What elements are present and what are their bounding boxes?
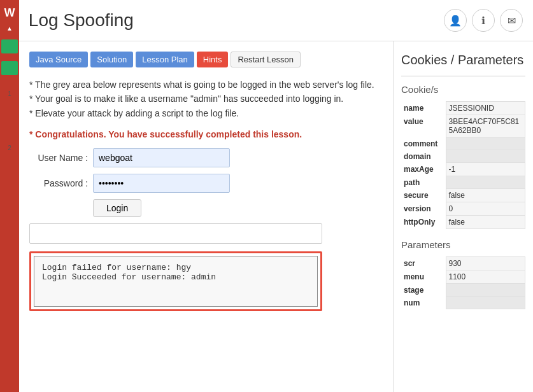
content-area: Java Source Solution Lesson Plan Hints R…	[19, 41, 393, 392]
page-title: Log Spoofing	[29, 10, 134, 31]
param-menu-value: 1100	[446, 270, 525, 284]
password-input[interactable]	[93, 174, 230, 193]
param-scr-value: 930	[446, 257, 525, 270]
table-row: name JSESSIONID	[401, 102, 525, 115]
cookie-name-label: name	[401, 102, 446, 115]
table-row: num	[401, 297, 525, 309]
cookie-comment-value	[446, 137, 525, 150]
table-row: httpOnly false	[401, 216, 525, 229]
log-output-inner: Login failed for username: hgy Login Suc…	[34, 256, 318, 307]
cookie-httponly-label: httpOnly	[401, 216, 446, 229]
desc-line3: * Elevate your attack by adding a script…	[29, 106, 383, 120]
description-block: * The grey area below represents what is…	[29, 78, 383, 120]
username-label: User Name :	[29, 153, 93, 163]
username-input[interactable]	[93, 148, 230, 167]
log-output-outer: Login failed for username: hgy Login Suc…	[29, 251, 322, 311]
user-icon-button[interactable]: 👤	[444, 9, 467, 32]
table-row: stage	[401, 284, 525, 297]
cookie-path-label: path	[401, 176, 446, 189]
login-button[interactable]: Login	[93, 199, 141, 217]
left-sidebar: W ▲ 1 2	[0, 0, 19, 392]
cookie-name-value: JSESSIONID	[446, 102, 525, 115]
cookie-secure-value: false	[446, 189, 525, 202]
desc-line2: * Your goal is to make it like a usernam…	[29, 92, 383, 106]
nav-icons: 👤 ℹ ✉	[444, 9, 523, 32]
table-row: menu 1100	[401, 270, 525, 284]
sidebar-num-1: 1	[8, 90, 11, 97]
sidebar-num-2: 2	[8, 144, 11, 151]
param-stage-value	[446, 284, 525, 297]
username-group: User Name :	[29, 148, 383, 167]
login-btn-row: Login	[93, 199, 383, 217]
right-panel: Cookies / Parameters Cookie/s name JSESS…	[393, 41, 533, 392]
table-row: comment	[401, 137, 525, 150]
info-icon-button[interactable]: ℹ	[472, 9, 495, 32]
cookie-maxage-value: -1	[446, 163, 525, 176]
table-row: domain	[401, 150, 525, 163]
cookie-domain-label: domain	[401, 150, 446, 163]
collapse-icon[interactable]: ▲	[6, 25, 13, 32]
divider	[401, 76, 525, 76]
tab-restart-lesson[interactable]: Restart Lesson	[231, 52, 300, 67]
params-table: scr 930 menu 1100 stage num	[401, 256, 525, 309]
log-input-bar[interactable]	[29, 223, 322, 244]
cookie-value-label: value	[401, 115, 446, 137]
param-num-label: num	[401, 297, 446, 309]
param-stage-label: stage	[401, 284, 446, 297]
cookie-domain-value	[446, 150, 525, 163]
success-message: * Congratulations. You have successfully…	[29, 129, 383, 139]
log-line1: Login failed for username: hgy	[42, 263, 309, 272]
tabs-bar: Java Source Solution Lesson Plan Hints R…	[29, 52, 383, 67]
table-row: version 0	[401, 202, 525, 216]
cookie-httponly-value: false	[446, 216, 525, 229]
cookies-heading: Cookie/s	[401, 84, 525, 95]
main-wrapper: Java Source Solution Lesson Plan Hints R…	[19, 41, 533, 392]
param-num-value	[446, 297, 525, 309]
tab-java-source[interactable]: Java Source	[29, 52, 88, 67]
cookie-version-label: version	[401, 202, 446, 216]
cookie-path-value	[446, 176, 525, 189]
cookie-secure-label: secure	[401, 189, 446, 202]
top-nav: ≡ Log Spoofing 👤 ℹ ✉	[0, 0, 533, 41]
parameters-heading: Parameters	[401, 239, 525, 250]
cookie-comment-label: comment	[401, 137, 446, 150]
mail-icon-button[interactable]: ✉	[500, 9, 523, 32]
table-row: secure false	[401, 189, 525, 202]
cookie-maxage-label: maxAge	[401, 163, 446, 176]
desc-line1: * The grey area below represents what is…	[29, 78, 383, 92]
tab-hints[interactable]: Hints	[197, 52, 229, 67]
tab-lesson-plan[interactable]: Lesson Plan	[136, 52, 194, 67]
password-label: Password :	[29, 178, 93, 188]
table-row: value 3BEE4ACF70F5C815A62BB0	[401, 115, 525, 137]
sidebar-item-1[interactable]	[1, 39, 18, 53]
right-panel-title: Cookies / Parameters	[401, 52, 525, 68]
table-row: scr 930	[401, 257, 525, 270]
cookie-value-value: 3BEE4ACF70F5C815A62BB0	[446, 115, 525, 137]
cookie-table: name JSESSIONID value 3BEE4ACF70F5C815A6…	[401, 101, 525, 229]
param-menu-label: menu	[401, 270, 446, 284]
tab-solution[interactable]: Solution	[90, 52, 133, 67]
table-row: path	[401, 176, 525, 189]
sidebar-logo: W	[4, 6, 15, 20]
param-scr-label: scr	[401, 257, 446, 270]
password-group: Password :	[29, 174, 383, 193]
log-line2: Login Succeeded for username: admin	[42, 272, 309, 282]
cookie-version-value: 0	[446, 202, 525, 216]
table-row: maxAge -1	[401, 163, 525, 176]
sidebar-item-2[interactable]	[1, 61, 18, 75]
